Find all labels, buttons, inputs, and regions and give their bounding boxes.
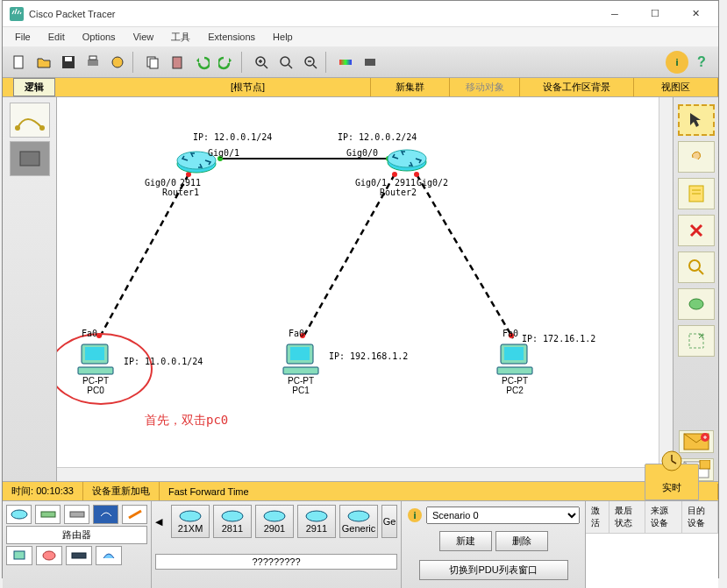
svg-rect-5: [89, 56, 96, 60]
svg-line-19: [99, 174, 189, 338]
device-pc1[interactable]: PC-PT PC1: [282, 343, 320, 395]
topology-canvas[interactable]: IP: 12.0.0.1/24 Gig0/1 Gig0/0 2911 Route…: [57, 97, 673, 481]
maximize-button[interactable]: ☐: [643, 5, 667, 23]
device-pc0[interactable]: PC-PT PC0: [76, 343, 115, 395]
scroll-left-button[interactable]: ◀: [155, 505, 167, 538]
menu-tools[interactable]: 工具: [164, 29, 197, 46]
viewport-button[interactable]: 视图区: [634, 78, 718, 96]
simple-pdu-icon[interactable]: [679, 430, 714, 453]
open-file-icon[interactable]: [32, 51, 55, 74]
cat-wan-icon[interactable]: [66, 546, 92, 565]
pc1-name: PC1: [282, 386, 320, 395]
scenario-select[interactable]: Scenario 0: [426, 507, 580, 524]
router2-gig01-label: Gig0/1: [355, 178, 387, 188]
toggle-pdu-list-button[interactable]: 切换到PDU列表窗口: [419, 560, 568, 580]
router1-model: 2911: [180, 178, 201, 188]
pdu-col-source[interactable]: 来源设备: [645, 501, 681, 533]
device-model-item[interactable]: 21XM: [171, 505, 210, 538]
device-model-item[interactable]: Ge: [381, 505, 397, 538]
pc2-name: PC2: [495, 386, 534, 395]
bottom-panel: 路由器 ◀ 21XM 2811 2901 2911 Generic Ge ???…: [3, 500, 718, 588]
device-model-item[interactable]: 2811: [213, 505, 252, 538]
note-tool-icon[interactable]: [678, 178, 715, 209]
workspace: IP: 12.0.0.1/24 Gig0/1 Gig0/0 2911 Route…: [3, 97, 718, 481]
root-node-button[interactable]: [根节点]: [125, 78, 371, 96]
wizard-icon[interactable]: [106, 51, 129, 74]
menu-view[interactable]: View: [126, 30, 161, 44]
svg-rect-14: [365, 59, 375, 66]
cat-custom-icon[interactable]: [96, 546, 122, 565]
cat-switches-icon[interactable]: [35, 505, 61, 524]
menu-extensions[interactable]: Extensions: [201, 30, 262, 44]
canvas-scrollbar-h[interactable]: [57, 467, 659, 481]
move-object-button[interactable]: 移动对象: [450, 78, 520, 96]
device-router2[interactable]: [386, 146, 428, 173]
copy-icon[interactable]: [141, 51, 164, 74]
pc1-type: PC-PT: [282, 376, 320, 386]
power-cycle-button[interactable]: 设备重新加电: [83, 482, 160, 500]
save-icon[interactable]: [57, 51, 80, 74]
svg-rect-40: [283, 367, 318, 374]
move-tool-icon[interactable]: [678, 141, 715, 173]
info-icon[interactable]: i: [666, 51, 688, 74]
close-button[interactable]: ✕: [683, 5, 708, 23]
menu-edit[interactable]: Edit: [41, 30, 72, 44]
zoom-out-icon[interactable]: [299, 51, 322, 74]
device-query-box[interactable]: ?????????: [155, 554, 397, 570]
clock-icon: [661, 450, 682, 471]
new-file-icon[interactable]: [8, 51, 31, 74]
svg-rect-60: [72, 553, 86, 558]
pdu-col-dest[interactable]: 目的设备: [682, 501, 718, 533]
cat-hubs-icon[interactable]: [64, 505, 89, 524]
cat-routers-icon[interactable]: [6, 505, 32, 524]
router2-name: Router2: [380, 188, 417, 197]
scenario-delete-button[interactable]: 删除: [495, 531, 548, 551]
router2-gig00-label: Gig0/0: [346, 148, 378, 158]
svg-text:i: i: [413, 510, 416, 521]
device-pc2[interactable]: PC-PT PC2: [495, 343, 534, 395]
pc2-type: PC-PT: [495, 376, 534, 386]
print-icon[interactable]: [82, 51, 104, 74]
logical-tab[interactable]: 逻辑: [13, 78, 55, 96]
help-icon[interactable]: ?: [690, 51, 713, 74]
cat-security-icon[interactable]: [36, 546, 62, 565]
pdu-col-status[interactable]: 最后状态: [609, 501, 645, 533]
menu-options[interactable]: Options: [75, 30, 123, 44]
svg-point-59: [43, 551, 55, 560]
set-bg-button[interactable]: 设备工作区背景: [520, 78, 634, 96]
physical-nav-icon[interactable]: [10, 103, 50, 138]
drawing-palette-icon[interactable]: [334, 51, 357, 74]
new-cluster-button[interactable]: 新集群: [371, 78, 450, 96]
cat-end-icon[interactable]: [6, 546, 32, 565]
minimize-button[interactable]: ─: [602, 5, 627, 23]
custom-devices-icon[interactable]: [359, 51, 381, 74]
device-model-item[interactable]: Generic: [339, 505, 378, 538]
device-model-item[interactable]: 2901: [255, 505, 294, 538]
zoom-reset-icon[interactable]: [274, 51, 297, 74]
router1-name: Router1: [162, 188, 199, 197]
menu-file[interactable]: File: [8, 30, 38, 44]
undo-icon[interactable]: [190, 51, 213, 74]
realtime-tab[interactable]: 实时: [645, 464, 699, 500]
svg-rect-58: [14, 551, 25, 559]
time-cell: 时间: 00:10:33: [3, 482, 83, 500]
scenario-new-button[interactable]: 新建: [439, 531, 492, 551]
router2-ip: IP: 12.0.0.2/24: [338, 132, 417, 142]
cat-wireless-icon[interactable]: [93, 505, 118, 524]
pdu-col-fire[interactable]: 激活: [586, 501, 609, 533]
canvas-scrollbar-v[interactable]: [659, 97, 673, 481]
fast-forward-button[interactable]: Fast Forward Time: [160, 484, 718, 499]
cat-connections-icon[interactable]: [122, 505, 147, 524]
resize-tool-icon[interactable]: [678, 325, 715, 357]
delete-tool-icon[interactable]: [678, 215, 715, 246]
paste-icon[interactable]: [166, 51, 189, 74]
redo-icon[interactable]: [215, 51, 238, 74]
cluster-nav-icon[interactable]: [10, 141, 50, 176]
inspect-tool-icon[interactable]: [678, 251, 715, 283]
menu-help[interactable]: Help: [266, 30, 300, 44]
router1-gig01-label: Gig0/1: [208, 148, 239, 158]
select-tool-icon[interactable]: [678, 104, 715, 136]
device-model-item[interactable]: 2911: [297, 505, 336, 538]
zoom-in-icon[interactable]: [250, 51, 273, 74]
draw-tool-icon[interactable]: [678, 288, 715, 320]
